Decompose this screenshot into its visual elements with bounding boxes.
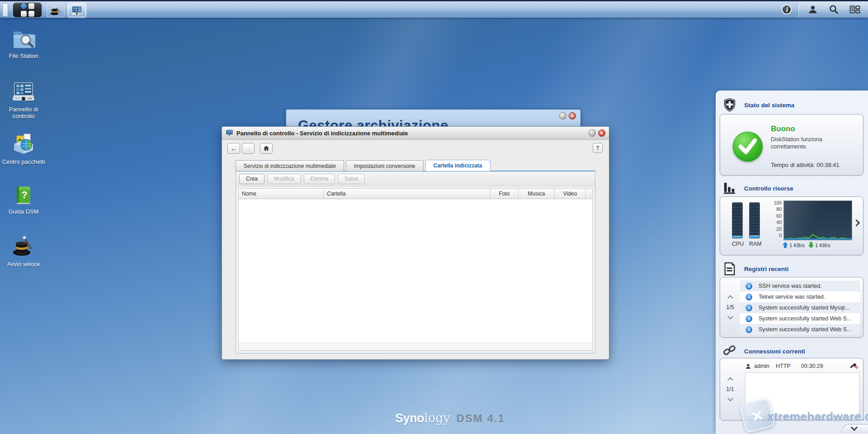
log-message: System successfully started Web S...	[759, 315, 851, 322]
section-title: Connessioni correnti	[744, 348, 805, 355]
tab-conversion-settings[interactable]: Impostazioni conversione	[346, 160, 423, 171]
disconnect-icon[interactable]	[849, 362, 859, 371]
help-button[interactable]: ?	[593, 143, 603, 153]
delete-button[interactable]: Elimina	[304, 174, 335, 184]
window-titlebar[interactable]: Pannello di controllo - Servizio di indi…	[222, 127, 609, 140]
window-title: Pannello di controllo - Servizio di indi…	[236, 130, 408, 137]
status-description: DiskStation funziona correttamente.	[771, 136, 852, 150]
taskbar-quick-start-button[interactable]	[47, 3, 65, 17]
pilot-collapse-tab[interactable]	[840, 424, 868, 433]
pager-up-chevron-icon[interactable]	[727, 295, 733, 301]
logs-page-indicator: 1/5	[726, 304, 734, 310]
package-box-icon	[11, 132, 36, 156]
taskbar-icon-group	[798, 1, 868, 18]
pager-down-chevron-icon[interactable]	[727, 396, 733, 401]
pager-down-chevron-icon[interactable]	[727, 314, 733, 320]
column-header-music[interactable]: Musica	[519, 189, 555, 199]
dsm-branding: Syno logy DSM 4.1	[395, 411, 505, 425]
desktop-icon-label: Avvio veloce	[7, 261, 40, 267]
tab-media-indexing-service[interactable]: Servizio di indicizzazione multimediale	[236, 160, 344, 171]
log-message: SSH service was started.	[759, 283, 822, 289]
download-arrow-icon	[808, 242, 814, 248]
green-book-question-icon: ?	[13, 185, 34, 205]
download-rate: 1 KB/s	[815, 243, 830, 248]
search-icon[interactable]	[828, 4, 839, 15]
log-row[interactable]: i System successfully started Web S...	[740, 324, 860, 335]
connection-row[interactable]: admin HTTP 00:30:29	[745, 361, 859, 371]
upload-rate: 1 KB/s	[789, 243, 805, 248]
menu-grid-square-icon	[28, 11, 34, 17]
pager-up-chevron-icon[interactable]	[727, 377, 733, 383]
create-button[interactable]: Crea	[239, 174, 264, 184]
logs-pager: 1/5	[720, 277, 740, 337]
watermark-text: xtremehardware.com	[767, 410, 868, 424]
system-status-header: Stato del sistema	[716, 98, 868, 112]
folder-toolbar: Crea Modifica Elimina Salva	[236, 172, 595, 186]
uptime-value: 00:38:41	[816, 162, 840, 168]
user-icon	[745, 363, 751, 370]
section-title: Registri recenti	[744, 266, 788, 272]
connections-page-indicator: 1/1	[726, 386, 734, 392]
window-titlebar-icon	[226, 129, 233, 137]
taskbar-control-panel-button[interactable]	[68, 3, 86, 17]
desktop-icon-dsm-help[interactable]: ? Guida DSM	[0, 185, 47, 215]
connection-protocol: HTTP	[776, 363, 801, 369]
desktop-icon-label: Guida DSM	[8, 208, 38, 215]
main-menu-button[interactable]	[13, 3, 42, 17]
tab-indexed-folder[interactable]: Cartella indicizzata	[425, 160, 491, 171]
shield-icon	[723, 98, 736, 112]
save-button[interactable]: Salva	[338, 174, 365, 184]
info-icon: i	[745, 294, 752, 300]
connection-user: admin	[754, 363, 776, 369]
resource-monitor-expand-chevron[interactable]	[853, 219, 860, 227]
control-panel-window-icon	[71, 5, 83, 16]
log-row[interactable]: i System successfully started Web S...	[740, 313, 860, 324]
show-desktop-button[interactable]	[2, 3, 8, 17]
close-icon[interactable]: ×	[598, 129, 605, 137]
indexed-folder-table: Nome Cartella Foto Musica Video	[238, 188, 593, 351]
magic-hat-icon	[11, 234, 36, 258]
desktop-icon-label: Centro pacchetti	[2, 158, 45, 165]
tabs: Servizio di indicizzazione multimediale …	[236, 160, 595, 171]
desktop-icon-file-station[interactable]: File Station	[0, 27, 47, 59]
column-header-photo[interactable]: Foto	[491, 189, 519, 199]
back-button[interactable]: ←	[227, 143, 240, 154]
desktop-icon-control-panel[interactable]: Pannello di controllo	[0, 81, 47, 119]
system-status-box: Buono DiskStation funziona correttamente…	[720, 114, 863, 176]
connections-pager: 1/1	[720, 358, 740, 420]
column-header-video[interactable]: Video	[555, 189, 586, 199]
recent-logs-box: 1/5 i SSH service was started. i Telnet …	[720, 277, 863, 338]
menu-grid-diamond-icon	[20, 2, 27, 10]
column-header-name[interactable]: Nome	[239, 189, 324, 199]
bar-chart-icon	[723, 182, 736, 195]
minimize-button[interactable]	[559, 112, 566, 119]
column-header-folder[interactable]: Cartella	[324, 189, 490, 199]
user-icon[interactable]	[807, 4, 818, 15]
network-chart-axis: 100806040200	[767, 200, 782, 238]
table-header: Nome Cartella Foto Musica Video	[239, 189, 592, 199]
log-list: i SSH service was started. i Telnet serv…	[740, 281, 860, 335]
desktop-icon-quick-start[interactable]: Avvio veloce	[0, 234, 47, 267]
minimize-button[interactable]	[589, 129, 596, 137]
brand-version: DSM 4.1	[456, 412, 505, 425]
info-icon[interactable]: i	[782, 5, 792, 14]
log-row[interactable]: i System successfully started Mysql...	[740, 302, 860, 313]
column-header-spacer	[586, 189, 592, 199]
log-row[interactable]: i Telnet service was started.	[740, 291, 860, 302]
ram-label: RAM	[749, 241, 760, 247]
control-panel-icon	[12, 81, 35, 103]
home-icon	[263, 145, 269, 151]
close-icon[interactable]: ×	[569, 112, 576, 119]
table-body-empty[interactable]	[239, 199, 592, 343]
desktop-icon-package-center[interactable]: Centro pacchetti	[0, 132, 47, 165]
tab-panel: Crea Modifica Elimina Salva Nome Cartell…	[236, 172, 595, 353]
log-row[interactable]: i SSH service was started.	[740, 281, 860, 291]
tab-area: Servizio di indicizzazione multimediale …	[236, 160, 595, 353]
magic-hat-icon	[50, 5, 61, 16]
taskbar-right-tray: i	[782, 1, 868, 18]
forward-button[interactable]: →	[242, 143, 255, 154]
pilot-view-icon[interactable]	[849, 4, 861, 15]
window-navbar: ← → ?	[222, 140, 609, 157]
edit-button[interactable]: Modifica	[267, 174, 301, 184]
home-button[interactable]	[260, 143, 273, 154]
